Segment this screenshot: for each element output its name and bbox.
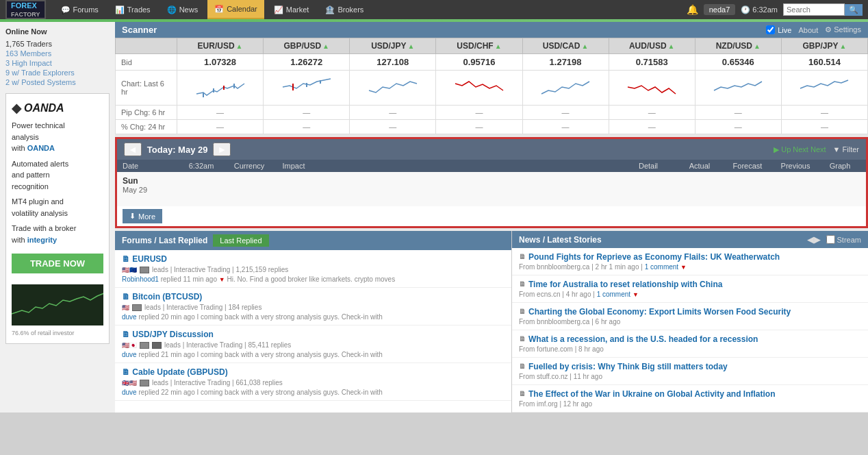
nav-forums-label: Forums — [73, 5, 99, 14]
forum-item-eurusd: 🗎 EURUSD 🇺🇸🇪🇺 leads | Interactive Tradin… — [115, 250, 511, 288]
forum-usdjpy-user[interactable]: duve — [122, 351, 137, 358]
forum-cable-user[interactable]: duve — [122, 389, 137, 396]
upnext-icon: ▶ — [774, 145, 779, 153]
scanner-bid-label: Bid — [116, 54, 177, 71]
bottom-section: Forums / Last Replied Last Replied 🗎 EUR… — [115, 231, 868, 413]
nav-calendar[interactable]: 📅 Calendar — [207, 0, 264, 19]
scanner-usdcad-bid: 1.27198 — [522, 54, 609, 71]
forum-avatar3b — [152, 342, 162, 349]
oanda-symbol-icon: ◆ — [12, 101, 21, 116]
scanner-gbpjpy-bid: 160.514 — [781, 54, 867, 71]
news-meta-2: From ecns.cn | 4 hr ago | 1 comment ▼ — [519, 291, 861, 298]
more-label: More — [138, 212, 155, 221]
notification-bell-icon[interactable]: 🔔 — [687, 4, 698, 15]
news-source-2: From ecns.cn — [519, 291, 561, 298]
news-title-4[interactable]: 🗎 What is a recession, and is the U.S. h… — [519, 334, 861, 344]
calendar-upnext-button[interactable]: ▶ Up Next Next — [774, 145, 826, 154]
forum-eurusd-reply: Robinhood1 replied 11 min ago ▼ Hi. No. … — [122, 275, 505, 283]
news-source-6: From imf.org — [519, 400, 558, 408]
scanner-live: Live — [766, 25, 791, 34]
news-section: News / Latest Stories ◀▶ Stream 🗎 Pound … — [512, 231, 868, 413]
news-title-5[interactable]: 🗎 Fuelled by crisis: Why Think Big still… — [519, 362, 861, 371]
forum-eurusd-title[interactable]: 🗎 EURUSD — [122, 254, 505, 264]
calendar-body: Sun May 29 — [117, 172, 866, 206]
news-header: News / Latest Stories ◀▶ Stream — [512, 231, 868, 248]
search-input[interactable] — [783, 3, 845, 16]
oanda-brand-name: OANDA — [24, 102, 64, 114]
sidebar-chart — [12, 284, 103, 325]
username-badge[interactable]: neda7 — [704, 4, 736, 15]
nav-trades-label: Trades — [127, 5, 151, 14]
logo-text1: FOREX — [11, 1, 37, 10]
forum-cable-meta: 🇬🇧🇺🇸 leads | Interactive Trading | 661,0… — [122, 379, 505, 386]
scanner-nzdusd-pipchg: — — [695, 106, 781, 120]
calendar-footer: ⬇ More — [117, 206, 866, 226]
forum-doc-icon3: 🗎 — [122, 330, 132, 339]
sidebar: Online Now 1,765 Traders 163 Members 3 H… — [0, 22, 115, 413]
calendar-day-date: May 29 — [123, 186, 177, 194]
forum-bitcoin-user[interactable]: duve — [122, 313, 137, 321]
traders-stat[interactable]: 1,765 Traders — [5, 40, 110, 48]
calendar-filter-button[interactable]: ▼ Filter — [833, 145, 859, 153]
nav-calendar-label: Calendar — [227, 5, 257, 13]
nav-market[interactable]: 📈 Market — [267, 0, 316, 19]
cal-header-graph: Previous — [771, 162, 819, 170]
calendar-day-name: Sun — [123, 176, 177, 186]
scanner-audusd-bid: 0.71583 — [609, 54, 695, 71]
live-checkbox[interactable] — [766, 25, 775, 34]
forum-cable-title[interactable]: 🗎 Cable Update (GBPUSD) — [122, 367, 505, 377]
forum-avatar3a — [140, 342, 149, 349]
scanner-chart-label: Chart: Last 6 hr — [116, 71, 177, 106]
calendar-next-button[interactable]: ► — [213, 143, 231, 156]
scanner-usdcad-pctchg: — — [522, 120, 609, 134]
news-doc-icon5: 🗎 — [519, 362, 526, 370]
nav-news[interactable]: 🌐 News — [160, 0, 205, 19]
cal-header-currency: Currency — [225, 162, 273, 170]
news-comment-2[interactable]: 1 comment — [597, 291, 630, 298]
news-title-1[interactable]: 🗎 Pound Fights for Reprieve as Economy F… — [519, 252, 861, 262]
scanner-settings-link[interactable]: ⚙ Settings — [825, 25, 861, 34]
scanner-gbpusd-pipchg: — — [264, 106, 350, 120]
forum-meta-text3: leads | Interactive Trading | 85,411 rep… — [164, 341, 291, 349]
members-stat[interactable]: 163 Members — [5, 49, 110, 58]
news-triangle-2: ▼ — [633, 291, 639, 298]
news-title-2[interactable]: 🗎 Time for Australia to reset relationsh… — [519, 280, 861, 289]
calendar-more-button[interactable]: ⬇ More — [123, 209, 162, 223]
live-label: Live — [778, 26, 791, 34]
nav-trades[interactable]: 📊 Trades — [108, 0, 157, 19]
scanner-usdchf-bid: 0.95716 — [436, 54, 522, 71]
trade-now-button[interactable]: TRADE NOW — [12, 254, 103, 273]
news-source-1: From bnnbloomberg.ca — [519, 263, 589, 271]
news-title-3[interactable]: 🗎 Charting the Global Economy: Export Li… — [519, 307, 861, 317]
forums-header: Forums / Last Replied Last Replied — [115, 231, 511, 250]
news-meta-1: From bnnbloomberg.ca | 2 hr 1 min ago | … — [519, 263, 861, 271]
posted-systems-stat[interactable]: 2 w/ Posted Systems — [5, 78, 110, 86]
forum-meta-text1: leads | Interactive Trading | 1,215,159 … — [152, 266, 288, 273]
high-impact-stat[interactable]: 3 High Impact — [5, 59, 110, 67]
cal-header-graph2: Graph — [819, 162, 860, 170]
scanner-pctchg-row: % Chg: 24 hr — — — — — — — — — [116, 120, 868, 134]
stream-checkbox[interactable] — [826, 235, 835, 244]
news-title-6[interactable]: 🗎 The Effect of the War in Ukraine on Gl… — [519, 389, 861, 399]
scanner-usdchf-header: USD/CHF ▲ — [436, 38, 522, 54]
forum-bitcoin-title[interactable]: 🗎 Bitcoin (BTCUSD) — [122, 292, 505, 302]
search-button[interactable]: 🔍 — [845, 4, 863, 16]
scanner-about-link[interactable]: About — [798, 26, 818, 34]
news-comment-1[interactable]: 1 comment — [645, 263, 678, 271]
nav-brokers[interactable]: 🏦 Brokers — [318, 0, 370, 19]
forum-eurusd-user[interactable]: Robinhood1 — [122, 275, 159, 283]
news-item-4: 🗎 What is a recession, and is the U.S. h… — [512, 330, 868, 358]
calendar-prev-button[interactable]: ◄ — [124, 143, 142, 156]
forum-doc-icon: 🗎 — [122, 254, 132, 264]
logo[interactable]: FOREX FACTORY — [5, 0, 46, 19]
news-doc-icon3: 🗎 — [519, 308, 526, 315]
cal-header-time: 6:32am — [177, 162, 225, 170]
trade-explorers-stat[interactable]: 9 w/ Trade Explorers — [5, 69, 110, 77]
forum-usdjpy-title[interactable]: 🗎 USD/JPY Discussion — [122, 330, 505, 339]
forums-last-replied-tab[interactable]: Last Replied — [213, 234, 268, 247]
news-arrows-icon[interactable]: ◀▶ — [807, 234, 821, 245]
nav-forums[interactable]: 💬 Forums — [54, 0, 105, 19]
nav-market-label: Market — [286, 5, 309, 14]
nav-right: 🔔 neda7 🕐 6:32am 🔍 — [687, 3, 863, 16]
scanner-eurusd-bid: 1.07328 — [177, 54, 264, 71]
